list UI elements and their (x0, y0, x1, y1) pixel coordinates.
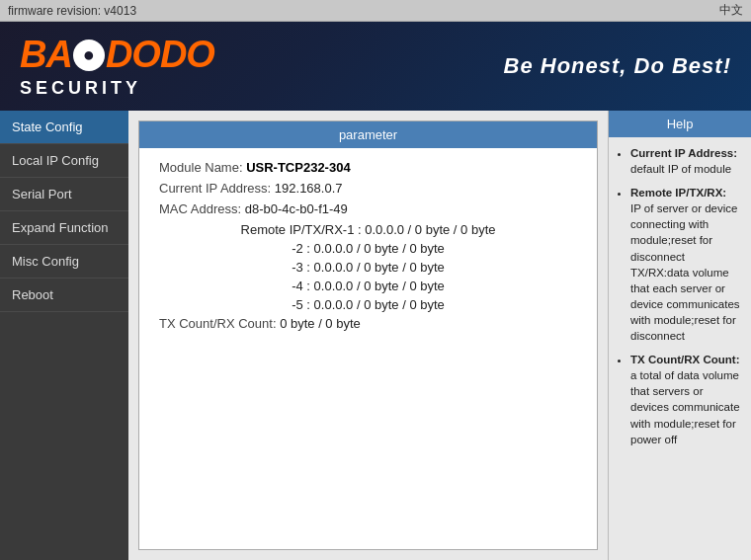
param-content: Module Name: USR-TCP232-304 Current IP A… (139, 148, 597, 349)
remote-1-value: 0.0.0.0 / 0 byte / 0 byte (365, 222, 495, 237)
help-item-2: Remote IP/TX/RX: IP of server or device … (630, 185, 743, 344)
current-ip-value: 192.168.0.7 (275, 181, 343, 196)
help-text-1: default IP of module (630, 163, 731, 175)
help-panel: Help Current IP Address: default IP of m… (608, 111, 751, 560)
header: BA ● DODO SECURITY Be Honest, Do Best! (0, 22, 751, 111)
mac-label: MAC Address: (159, 201, 245, 216)
help-item-3: TX Count/RX Count: a total of data volum… (630, 352, 743, 447)
mac-value: d8-b0-4c-b0-f1-49 (245, 201, 348, 216)
remote-2-row: -2 : 0.0.0.0 / 0 byte / 0 byte (159, 241, 577, 256)
help-text-3: a total of data volume that servers or d… (630, 369, 740, 444)
help-title-1: Current IP Address: (630, 147, 737, 159)
remote-1-row: Remote IP/TX/RX-1 : 0.0.0.0 / 0 byte / 0… (159, 222, 577, 237)
sidebar-item-serial-port[interactable]: Serial Port (0, 178, 128, 211)
remote-4-row: -4 : 0.0.0.0 / 0 byte / 0 byte (159, 279, 577, 293)
logo-dodo: DODO (106, 34, 214, 76)
remote-3-row: -3 : 0.0.0.0 / 0 byte / 0 byte (159, 260, 577, 275)
module-name-label: Module Name: (159, 160, 246, 175)
help-header: Help (609, 111, 751, 137)
top-bar: firmware revision: v4013 中文 (0, 0, 751, 22)
help-title-3: TX Count/RX Count: (630, 354, 740, 365)
remote-1-label: Remote IP/TX/RX-1 : (241, 222, 366, 237)
sidebar-item-expand-function[interactable]: Expand Function (0, 211, 128, 245)
parameter-box: parameter Module Name: USR-TCP232-304 Cu… (138, 120, 598, 550)
sidebar: State Config Local IP Config Serial Port… (0, 111, 128, 560)
help-content: Current IP Address: default IP of module… (609, 137, 751, 557)
param-header: parameter (139, 121, 597, 148)
sidebar-item-reboot[interactable]: Reboot (0, 279, 128, 312)
logo-circle: ● (73, 40, 105, 71)
firmware-label: firmware revision: v4013 (8, 4, 136, 18)
tagline: Be Honest, Do Best! (504, 53, 731, 79)
module-name-value: USR-TCP232-304 (246, 160, 351, 175)
mac-row: MAC Address: d8-b0-4c-b0-f1-49 (159, 201, 577, 216)
sidebar-item-state-config[interactable]: State Config (0, 111, 128, 144)
current-ip-label: Current IP Address: (159, 181, 275, 196)
help-list: Current IP Address: default IP of module… (617, 145, 743, 447)
help-title-2: Remote IP/TX/RX: (630, 187, 726, 199)
logo: BA ● DODO SECURITY (20, 34, 214, 99)
current-ip-row: Current IP Address: 192.168.0.7 (159, 181, 577, 196)
main-layout: State Config Local IP Config Serial Port… (0, 111, 751, 560)
logo-security: SECURITY (20, 78, 214, 99)
tx-rx-row: TX Count/RX Count: 0 byte / 0 byte (159, 316, 577, 331)
sidebar-item-misc-config[interactable]: Misc Config (0, 245, 128, 279)
content-area: parameter Module Name: USR-TCP232-304 Cu… (128, 111, 608, 560)
logo-ba: BA (20, 34, 72, 76)
content-wrapper: parameter Module Name: USR-TCP232-304 Cu… (128, 111, 751, 560)
tx-rx-label: TX Count/RX Count: (159, 316, 280, 331)
tx-rx-value: 0 byte / 0 byte (280, 316, 361, 331)
module-name-row: Module Name: USR-TCP232-304 (159, 160, 577, 175)
sidebar-item-local-ip-config[interactable]: Local IP Config (0, 144, 128, 178)
help-item-1: Current IP Address: default IP of module (630, 145, 743, 177)
help-text-2: IP of server or device connecting with m… (630, 202, 740, 342)
remote-5-row: -5 : 0.0.0.0 / 0 byte / 0 byte (159, 297, 577, 312)
language-switcher[interactable]: 中文 (719, 2, 743, 19)
